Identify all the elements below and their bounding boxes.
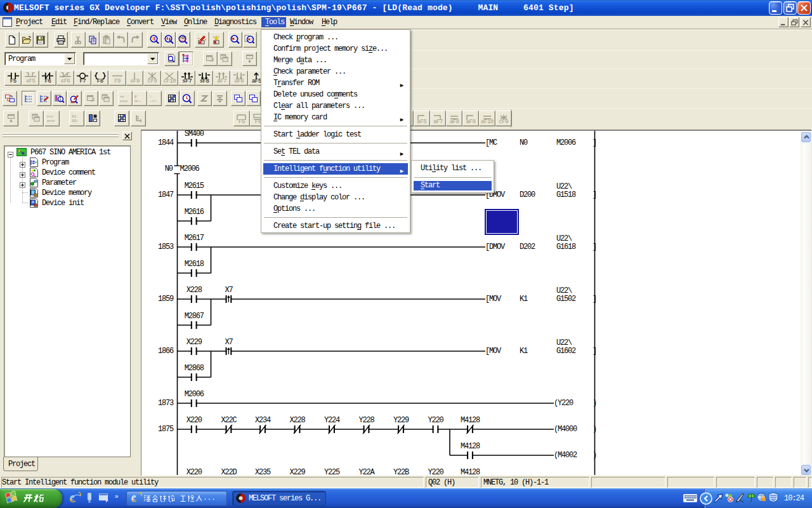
svg-text:‖⁄: ‖⁄ (134, 95, 137, 98)
svg-text:⁝⁝: ⁝⁝ (150, 95, 152, 98)
svg-text:S1: S1 (72, 114, 77, 118)
svg-text:error: error (47, 119, 55, 123)
svg-text:−<>: −<> (150, 99, 157, 103)
svg-text:xxxx: xxxx (120, 99, 128, 103)
svg-text:123: 123 (180, 39, 185, 42)
svg-text:c+v: c+v (47, 114, 53, 118)
svg-text:S9↓: S9↓ (72, 119, 78, 123)
svg-text:H—: H— (134, 99, 141, 103)
svg-text:×z: ×z (120, 95, 124, 98)
